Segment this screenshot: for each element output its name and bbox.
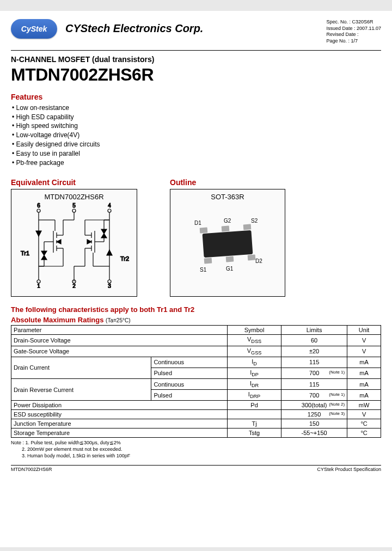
equiv-circuit-heading: Equivalent Circuit [11,178,137,187]
note-line: 1. Pulse test, pulse width≦300μs, duty≦2… [26,440,121,445]
note-line: 2. 200mW per element must not be exceede… [22,446,122,452]
pin-label-s2: S2 [251,218,258,224]
outline-diagram: SOT-363R D1 G2 S2 S1 G1 D2 [170,189,285,297]
chip-pin-icon [200,228,208,234]
chip-pin-icon [222,226,230,232]
spec-info-box: Spec. No. : C320S6R Issued Date : 2007.1… [326,19,381,45]
svg-marker-49 [87,240,91,244]
svg-text:6: 6 [37,203,40,209]
col-param: Parameter [11,326,228,335]
product-subtitle: N-CHANNEL MOSFET (dual transistors) [11,55,381,64]
table-header-row: Parameter Symbol Limits Unit [11,326,381,335]
table-row: Drain Current Continuous ID 115 mA [11,357,381,368]
feature-item: Low on-resistance [12,103,381,113]
svg-marker-35 [107,250,112,255]
pin-label-g2: G2 [224,218,231,224]
svg-marker-31 [41,251,47,255]
svg-point-4 [108,209,111,212]
table-row: ESD susceptibility 1250(Note 3) V [11,410,381,419]
equiv-circuit-label: MTDN7002ZHS6R [11,193,137,201]
chip-pin-icon [248,255,256,261]
pin-label-d2: D2 [255,258,262,264]
feature-item: High ESD capability [12,113,381,122]
package-label: SOT-363R [170,193,285,201]
ratings-title-text: Absolute Maximum Ratings [11,316,103,324]
page-label: Page No. : [326,38,350,44]
col-unit: Unit [347,326,381,335]
pin-label-d1: D1 [194,220,201,226]
spec-no-value: C320S6R [352,19,373,25]
outline-heading: Outline [170,178,285,187]
feature-item: Easy to use in parallel [12,149,381,158]
svg-marker-53 [101,229,107,234]
chip-pin-icon [226,256,234,262]
table-row: Storage Temperature Tstg -55~+150 °C [11,428,381,438]
footer-row: MTDN7002ZHS6R CYStek Product Specificati… [11,465,381,472]
svg-point-2 [72,209,76,212]
part-number: MTDN7002ZHS6R [11,65,381,85]
issued-date: 2007.11.07 [357,26,381,31]
table-row: Drain-Source Voltage VDSS 60 V [11,335,381,346]
chip-pin-icon [243,224,252,230]
chip-pin-icon [204,258,212,264]
equiv-circuit-diagram: MTDN7002ZHS6R 6 5 4 1 2 3 [11,189,137,297]
ratings-heading: Absolute Maximum Ratings (Ta=25°C) [11,316,381,324]
feature-item: Easily designed drive circuits [12,140,381,149]
circuit-schematic-icon: 6 5 4 1 2 3 [14,201,134,288]
svg-text:1: 1 [37,283,40,288]
company-logo: CyStek [11,19,57,39]
svg-text:5: 5 [72,203,76,209]
svg-text:3: 3 [108,283,111,288]
page-no: 1/7 [351,38,358,44]
pin-label-s1: S1 [200,267,206,273]
svg-marker-13 [36,231,41,236]
svg-text:Tr1: Tr1 [21,250,29,256]
spec-no-label: Spec. No. : [326,19,351,25]
pin-label-g1: G1 [226,266,233,272]
company-name: CYStech Electronics Corp. [65,22,318,35]
table-row: Junction Temperature Tj 150 °C [11,419,381,428]
notes-block: Note : 1. Pulse test, pulse width≦300μs,… [11,440,381,459]
feature-item: High speed switching [12,121,381,131]
notes-prefix: Note : [11,440,24,445]
characteristics-note: The following characteristics apply to b… [11,305,381,314]
svg-point-0 [37,209,40,212]
chip-body-icon [203,230,253,258]
footer-right: CYStek Product Specification [317,467,381,472]
svg-marker-54 [101,234,107,238]
feature-item: Pb-free package [12,158,381,168]
datasheet-page: CyStek CYStech Electronics Corp. Spec. N… [0,11,392,547]
svg-text:Tr2: Tr2 [120,255,129,262]
header-divider [11,50,381,51]
col-limits: Limits [281,326,347,335]
diagrams-row: Equivalent Circuit MTDN7002ZHS6R 6 5 4 1… [11,173,381,297]
note-line: 3. Human body model, 1.5kΩ in series wit… [22,453,130,458]
issued-label: Issued Date : [326,26,355,31]
features-list: Low on-resistance High ESD capability Hi… [12,103,381,168]
svg-text:2: 2 [72,283,76,288]
table-row: Drain Reverse Current Continuous IDR 115… [11,379,381,390]
table-row: Gate-Source Voltage VGSS ±20 V [11,346,381,357]
ratings-table: Parameter Symbol Limits Unit Drain-Sourc… [11,325,381,438]
revised-label: Revised Date : [326,32,358,37]
footer-left: MTDN7002ZHS6R [11,467,52,472]
svg-marker-27 [57,240,61,244]
features-heading: Features [11,93,381,101]
feature-item: Low-voltage drive(4V) [12,131,381,140]
col-symbol: Symbol [228,326,281,335]
svg-text:4: 4 [108,203,111,209]
header-row: CyStek CYStech Electronics Corp. Spec. N… [11,19,381,45]
equiv-circuit-column: Equivalent Circuit MTDN7002ZHS6R 6 5 4 1… [11,173,137,297]
svg-marker-32 [41,255,47,260]
logo-text: CyStek [21,25,47,33]
ratings-condition: (Ta=25°C) [106,317,130,323]
outline-column: Outline SOT-363R D1 G2 S2 S1 G1 D2 [170,173,285,297]
table-row: Power Dissipation Pd 300(total)(Note 2) … [11,401,381,410]
